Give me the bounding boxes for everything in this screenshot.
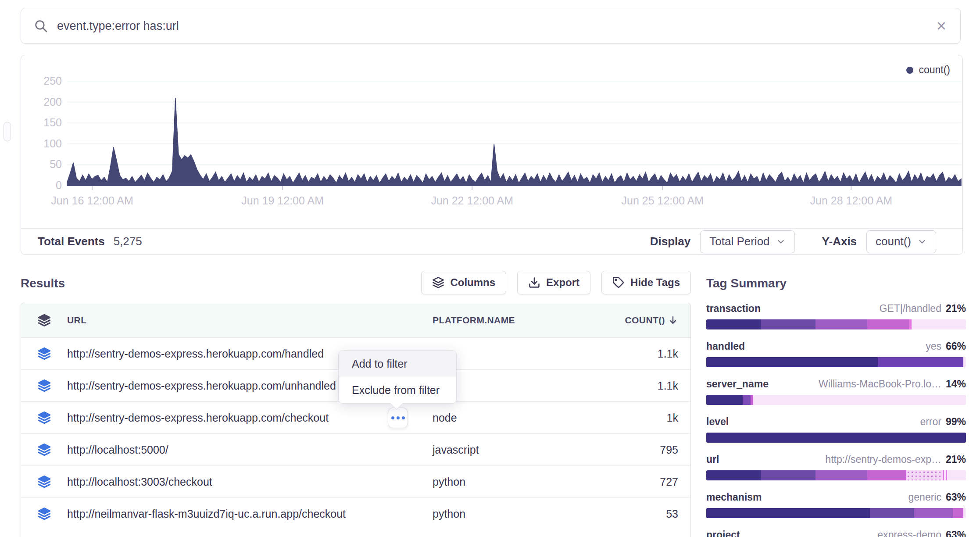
layers-icon (38, 379, 51, 392)
table-row: http://localhost:3003/checkoutpython727 (21, 465, 690, 498)
search-icon (33, 18, 48, 33)
url-cell[interactable]: http://localhost:5000/ (67, 444, 433, 456)
search-input[interactable]: event.type:error has:url (57, 19, 935, 33)
count-cell[interactable]: 1.1k (617, 379, 678, 392)
menu-item[interactable]: Add to filter (339, 351, 456, 377)
header-icon-cell (21, 314, 67, 327)
tag-bar (706, 395, 966, 405)
tag-bar-segment[interactable] (878, 357, 963, 367)
tag-top-value: GET|/handled (879, 303, 941, 315)
table-header: URLPLATFORM.NAMECOUNT() (21, 303, 690, 337)
clear-search-icon[interactable]: × (935, 18, 948, 34)
hide-tags-button[interactable]: Hide Tags (601, 271, 691, 294)
tag-bar-segment[interactable] (870, 508, 914, 518)
tag-bar-segment[interactable] (914, 508, 953, 518)
tag-bar (706, 319, 966, 329)
tag-bar-segment[interactable] (948, 470, 966, 480)
tag-bar-segment[interactable] (743, 395, 751, 405)
column-header-platform[interactable]: PLATFORM.NAME (433, 315, 617, 326)
tag-bar-segment[interactable] (963, 357, 966, 367)
tag-percent: 63% (946, 529, 966, 537)
tag-percent: 66% (946, 340, 966, 352)
tag-icon (612, 276, 625, 289)
svg-text:100: 100 (43, 137, 62, 150)
display-label: Display (650, 235, 691, 248)
url-cell[interactable]: http://localhost:3003/checkout (67, 476, 433, 488)
platform-cell[interactable]: javascript (433, 444, 617, 456)
columns-button[interactable]: Columns (421, 271, 506, 294)
tag-row: mechanismgeneric63% (706, 491, 966, 518)
count-cell[interactable]: 727 (617, 476, 678, 488)
discover-page: event.type:error has:url × 0501001502002… (0, 0, 980, 537)
platform-cell[interactable]: python (433, 508, 617, 520)
tag-bar-segment[interactable] (706, 357, 878, 367)
layers-icon (38, 314, 51, 327)
display-dropdown-value: Total Period (709, 235, 769, 248)
tag-top-value: express-demo (877, 529, 941, 537)
svg-text:0: 0 (56, 179, 62, 191)
tag-bar (706, 433, 966, 443)
tag-bar-segment[interactable] (706, 470, 761, 480)
row-icon-cell (21, 507, 67, 520)
tag-bar-segment[interactable] (753, 395, 966, 405)
total-events-label: Total Events (38, 235, 105, 248)
tag-top-value: yes (926, 340, 941, 352)
tag-bar-segment[interactable] (706, 433, 966, 443)
tag-bar-segment[interactable] (706, 508, 870, 518)
table-row: http://localhost:5000/javascript795 (21, 433, 690, 465)
count-cell[interactable]: 53 (617, 508, 678, 520)
tag-bar-segment[interactable] (953, 508, 963, 518)
tag-name: level (706, 416, 729, 428)
tag-name: project (706, 529, 740, 537)
svg-text:Jun 25 12:00 AM: Jun 25 12:00 AM (621, 194, 704, 207)
tag-bar-segment[interactable] (815, 470, 867, 480)
row-icon-cell (21, 411, 67, 424)
tag-bar-segment[interactable] (867, 319, 909, 329)
yaxis-dropdown-value: count() (876, 235, 911, 248)
tag-name: url (706, 454, 719, 465)
count-cell[interactable]: 795 (617, 444, 678, 456)
yaxis-dropdown[interactable]: count() (866, 230, 936, 253)
tag-summary: Tag Summary transactionGET|/handled21%ha… (706, 276, 966, 537)
column-header-url[interactable]: URL (67, 315, 433, 326)
sidebar-collapse-handle[interactable] (4, 122, 11, 141)
layers-icon (432, 276, 444, 289)
url-cell[interactable]: http://neilmanvar-flask-m3uuizd7iq-uc.a.… (67, 508, 433, 520)
tag-bar-segment[interactable] (761, 470, 815, 480)
tag-bar-segment[interactable] (906, 470, 943, 480)
tag-bar-segment[interactable] (912, 319, 966, 329)
svg-text:250: 250 (43, 75, 62, 87)
layers-icon (38, 411, 51, 424)
total-events-value: 5,275 (114, 235, 142, 248)
tag-percent: 21% (946, 454, 966, 465)
tag-bar-segment[interactable] (706, 395, 743, 405)
display-dropdown[interactable]: Total Period (700, 230, 794, 253)
hide-tags-button-label: Hide Tags (630, 276, 680, 289)
platform-cell[interactable]: python (433, 476, 617, 488)
layers-icon (38, 347, 51, 360)
export-button-label: Export (546, 276, 579, 289)
events-chart: 050100150200250Jun 16 12:00 AMJun 19 12:… (21, 55, 962, 228)
tag-bar-segment[interactable] (815, 319, 867, 329)
tag-bar (706, 508, 966, 518)
url-cell[interactable]: http://sentry-demos-express.herokuapp.co… (67, 412, 433, 424)
cell-actions-button[interactable] (388, 408, 408, 428)
tag-bar-segment[interactable] (867, 470, 906, 480)
count-cell[interactable]: 1k (617, 412, 678, 424)
search-bar[interactable]: event.type:error has:url × (21, 8, 961, 44)
tag-row: projectexpress-demo63% (706, 529, 966, 537)
tag-bar (706, 357, 966, 367)
tag-bar-segment[interactable] (761, 319, 815, 329)
tag-bar-segment[interactable] (943, 470, 948, 480)
legend-dot (906, 67, 913, 74)
column-header-count[interactable]: COUNT() (617, 315, 678, 326)
export-button[interactable]: Export (517, 271, 590, 294)
layers-icon (38, 443, 51, 456)
platform-cell[interactable]: node (433, 412, 617, 424)
tag-bar-segment[interactable] (963, 508, 966, 518)
results-table: URLPLATFORM.NAMECOUNT() http://sentry-de… (21, 303, 691, 537)
tag-bar-segment[interactable] (706, 319, 761, 329)
layers-icon (38, 475, 51, 488)
row-icon-cell (21, 475, 67, 488)
count-cell[interactable]: 1.1k (617, 347, 678, 360)
